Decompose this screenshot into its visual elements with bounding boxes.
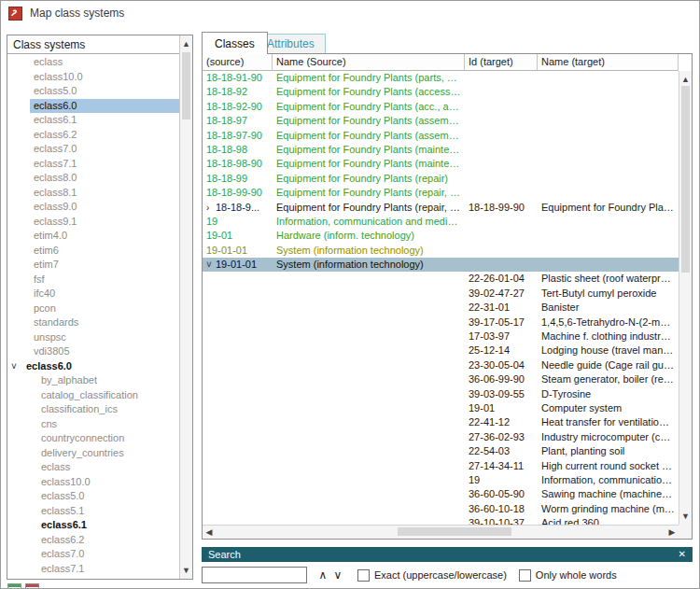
close-search-icon[interactable]: ✕ xyxy=(679,550,686,559)
column-header-name-target[interactable]: Name (target) xyxy=(538,54,679,70)
table-row[interactable]: ›18-18-9...Equipment for Foundry Plants … xyxy=(203,201,679,215)
collapse-icon[interactable]: ˅ xyxy=(206,258,216,272)
titlebar[interactable]: Map class systems xyxy=(1,1,699,25)
column-header-id-source[interactable]: (source) xyxy=(203,54,273,70)
table-row[interactable]: 19-01Computer system xyxy=(203,401,679,415)
column-header-id-target[interactable]: Id (target) xyxy=(465,54,538,70)
table-row[interactable]: 39-10-10-37Acid red 360 xyxy=(203,516,679,525)
tree-item-eclass9.0[interactable]: eclass9.0 xyxy=(7,200,179,215)
tree-item-standards[interactable]: standards xyxy=(7,316,179,330)
tree-item-eclass6.1[interactable]: eclass6.1 xyxy=(7,113,179,128)
tree-item-eclass9.1[interactable]: eclass9.1 xyxy=(7,215,179,230)
tree-item-classification_ics[interactable]: classification_ics xyxy=(7,402,179,417)
cell-id-source xyxy=(203,344,273,358)
left-scrollbar[interactable]: ▲ ▼ xyxy=(179,35,192,579)
table-row[interactable]: 25-12-14Lodging house (travel manager... xyxy=(203,344,679,358)
tree-item-eclass6.2[interactable]: eclass6.2 xyxy=(7,128,179,143)
table-row[interactable]: 36-06-99-90Steam generator, boiler (repa… xyxy=(203,372,679,386)
table-horizontal-scrollbar[interactable]: ◀ ▶ xyxy=(203,525,679,539)
table-row[interactable]: 18-18-92-90Equipment for Foundry Plants … xyxy=(203,100,679,114)
tree-item-eclass5.0[interactable]: eclass5.0 xyxy=(7,489,179,504)
table-row[interactable]: 36-60-10-18Worm grinding machine (mach..… xyxy=(203,502,679,516)
table-row[interactable]: 19-01Hardware (inform. technology) xyxy=(203,229,679,243)
search-previous-button[interactable]: ∧ xyxy=(315,567,330,583)
scroll-down-icon[interactable]: ▼ xyxy=(180,566,192,575)
table-row[interactable]: 22-41-12Heat transfer for ventilation sy… xyxy=(203,415,679,429)
tree-item-etim6[interactable]: etim6 xyxy=(7,244,179,259)
table-row[interactable]: 22-54-03Plant, planting soil xyxy=(203,444,679,458)
search-input[interactable] xyxy=(202,567,307,583)
table-vertical-scrollbar[interactable]: ▲ ▼ xyxy=(679,71,692,525)
table-row[interactable]: 18-18-99-90Equipment for Foundry Plants … xyxy=(203,186,679,200)
tree-item-eclass10.0[interactable]: eclass10.0 xyxy=(7,70,179,85)
table-row[interactable]: 27-14-34-11High current round socket out… xyxy=(203,459,679,473)
statusbar-table-icon[interactable] xyxy=(7,583,21,589)
tree-item-fsf[interactable]: fsf xyxy=(7,273,179,287)
table-scroll-down-icon[interactable]: ▼ xyxy=(679,512,692,521)
table-row[interactable]: 18-18-98Equipment for Foundry Plants (ma… xyxy=(203,143,679,157)
table-row[interactable]: 22-31-01Banister xyxy=(203,301,679,315)
left-scrollbar-thumb[interactable] xyxy=(182,52,190,119)
table-row[interactable]: 18-18-97-90Equipment for Foundry Plants … xyxy=(203,129,679,143)
tree-item-eclass6.0[interactable]: ˅eclass6.0 xyxy=(7,359,179,374)
table-scroll-right-icon[interactable]: ▶ xyxy=(665,526,679,539)
tree-item-by_alphabet[interactable]: by_alphabet xyxy=(7,373,179,388)
tree-item-catalog_classification[interactable]: catalog_classification xyxy=(7,388,179,403)
tree-item-eclass8.0[interactable]: eclass8.0 xyxy=(7,576,179,579)
tree-item-ifc40[interactable]: ifc40 xyxy=(7,287,179,302)
table-row[interactable]: 18-18-92Equipment for Foundry Plants (ac… xyxy=(203,85,679,99)
column-header-name-source[interactable]: Name (Source) xyxy=(273,54,465,70)
tree-item-eclass5.0[interactable]: eclass5.0 xyxy=(7,84,179,99)
tree-item-eclass6.0[interactable]: eclass6.0 xyxy=(7,99,179,114)
table-row[interactable]: 18-18-98-90Equipment for Foundry Plants … xyxy=(203,157,679,171)
table-row[interactable]: 19Information, communication a... xyxy=(203,473,679,487)
tree-item-eclass7.0[interactable]: eclass7.0 xyxy=(7,547,179,562)
tree-item-countryconnection[interactable]: countryconnection xyxy=(7,431,179,446)
exact-checkbox[interactable] xyxy=(357,569,370,582)
search-next-button[interactable]: ∨ xyxy=(330,567,345,583)
tree-item-delivery_countries[interactable]: delivery_countries xyxy=(7,446,179,461)
whole-words-checkbox[interactable] xyxy=(519,569,531,582)
tree-item-eclass7.1[interactable]: eclass7.1 xyxy=(7,562,179,577)
table-row[interactable]: 27-36-02-93Industry microcomputer (conn.… xyxy=(203,430,679,444)
tree-item-eclass7.0[interactable]: eclass7.0 xyxy=(7,142,179,157)
chevron-down-icon[interactable]: ˅ xyxy=(11,361,21,372)
table-row[interactable]: 17-03-97Machine f. clothing industry, le… xyxy=(203,330,679,344)
table-horizontal-thumb[interactable] xyxy=(398,527,511,536)
table-row[interactable]: 39-02-47-27Tert-Butyl cumyl peroxide xyxy=(203,287,679,301)
tab-classes[interactable]: Classes xyxy=(202,32,268,54)
table-row[interactable]: 22-26-01-04Plastic sheet (roof waterproo… xyxy=(203,272,679,286)
table-row[interactable]: 19Information, communication and media t… xyxy=(203,215,679,229)
tree-item-pcon[interactable]: pcon xyxy=(7,302,179,316)
table-row[interactable]: 39-17-05-171,4,5,6-Tetrahydro-N-(2-metho… xyxy=(203,316,679,330)
tree-item-eclass7.1[interactable]: eclass7.1 xyxy=(7,157,179,172)
tree-item-eclass8.0[interactable]: eclass8.0 xyxy=(7,171,179,186)
table-row[interactable]: 18-18-97Equipment for Foundry Plants (as… xyxy=(203,114,679,128)
tree-item-cns[interactable]: cns xyxy=(7,417,179,432)
cell-text: 39-02-47-27 xyxy=(469,287,525,299)
tree-item-etim7[interactable]: etim7 xyxy=(7,258,179,273)
tree-item-eclass10.0[interactable]: eclass10.0 xyxy=(7,475,179,490)
statusbar-sheet-icon[interactable] xyxy=(25,583,39,589)
table-row[interactable]: ˅19-01-01System (information technology) xyxy=(203,258,679,272)
tree-item-eclass[interactable]: eclass xyxy=(7,55,179,70)
tree-item-eclass8.1[interactable]: eclass8.1 xyxy=(7,186,179,201)
tree-item-vdi3805[interactable]: vdi3805 xyxy=(7,344,179,359)
tree-item-eclass6.2[interactable]: eclass6.2 xyxy=(7,533,179,548)
scroll-up-icon[interactable]: ▲ xyxy=(180,39,192,49)
tree-item-etim4.0[interactable]: etim4.0 xyxy=(7,229,179,244)
table-row[interactable]: 18-18-99Equipment for Foundry Plants (re… xyxy=(203,172,679,186)
tree-item-eclass6.1[interactable]: eclass6.1 xyxy=(7,518,179,533)
table-row[interactable]: 39-03-09-55D-Tyrosine xyxy=(203,387,679,401)
tree-item-unspsc[interactable]: unspsc xyxy=(7,330,179,345)
table-row[interactable]: 18-18-91-90Equipment for Foundry Plants … xyxy=(203,71,679,85)
table-row[interactable]: 23-30-05-04Needle guide (Cage rail guide… xyxy=(203,358,679,372)
table-scroll-left-icon[interactable]: ◀ xyxy=(203,526,216,539)
table-scroll-up-icon[interactable]: ▲ xyxy=(679,75,692,84)
table-row[interactable]: 19-01-01System (information technology) xyxy=(203,244,679,258)
tree-item-eclass5.1[interactable]: eclass5.1 xyxy=(7,504,179,519)
tree-item-eclass[interactable]: eclass xyxy=(7,460,179,475)
table-row[interactable]: 36-60-05-90Sawing machine (machine tool.… xyxy=(203,487,679,501)
table-vertical-thumb[interactable] xyxy=(681,86,690,273)
expand-icon[interactable]: › xyxy=(206,201,216,215)
